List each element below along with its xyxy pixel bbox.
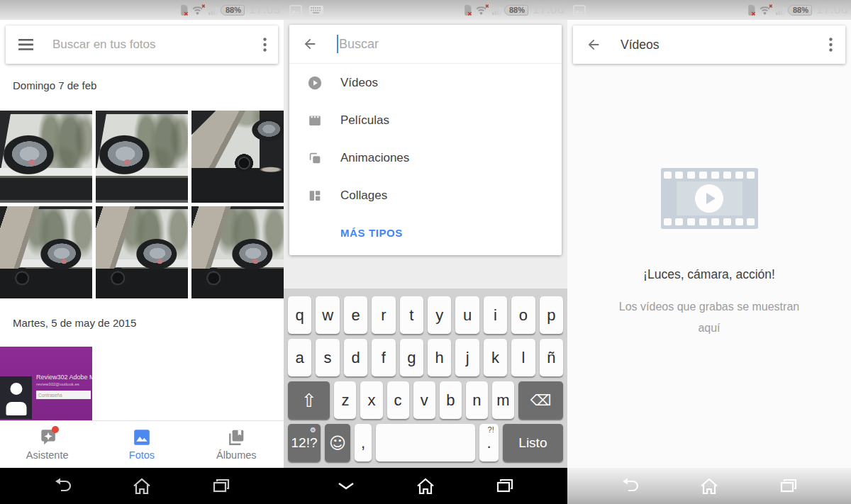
space-key[interactable] [376,424,475,461]
key-k[interactable]: k [484,339,507,376]
text-cursor [337,35,338,53]
date-section-header: Martes, 5 de may de 2015 [0,317,284,330]
suggestion-animaciones[interactable]: Animaciones [289,139,562,177]
play-circle-icon [289,75,340,91]
hamburger-menu-icon[interactable] [18,39,33,50]
key-q[interactable]: q [288,296,311,334]
back-button[interactable] [51,476,74,497]
key-f[interactable]: f [372,339,395,376]
signal-bars-icon [208,5,218,15]
comma-key[interactable]: , [355,424,372,461]
key-m[interactable]: m [492,381,514,419]
photo-thumbnail-mirror-2[interactable] [96,111,188,203]
battery-indicator: 88% [788,5,812,16]
three-screenshot-collage: 88% 17:05 Domingo 7 de feb Martes, 5 de … [0,0,851,504]
assistant-bubble-icon [38,428,57,447]
tab-fotos[interactable]: Fotos [94,421,189,468]
android-nav-bar [567,468,851,504]
shift-key[interactable]: ⇧ [288,381,330,419]
search-input[interactable] [52,38,257,52]
battery-indicator: 88% [504,5,528,16]
emoji-key[interactable]: ☺ [325,424,350,461]
done-key[interactable]: Listo [503,424,563,461]
albums-collection-icon [227,428,245,447]
backspace-key[interactable]: ⌫ [518,381,563,419]
suggestion-peliculas[interactable]: Películas [289,101,562,139]
empty-state: ¡Luces, cámara, acción! Los vídeos que g… [567,64,851,468]
home-button[interactable] [414,476,437,497]
home-button[interactable] [130,476,153,497]
key-l[interactable]: l [511,339,535,376]
period-key[interactable]: . ?! [479,424,499,461]
panel-videos-empty: 88% 17:06 Vídeos ¡Luces, cámara, acción! [567,0,851,504]
key-n[interactable]: n [466,381,488,419]
overflow-menu-icon[interactable] [263,38,267,52]
keyboard-row-1: qwertyuiop [286,296,565,334]
panel-photos-main: 88% 17:05 Domingo 7 de feb Martes, 5 de … [0,0,284,504]
clapperboard-icon [289,113,340,128]
notification-badge [52,426,59,433]
search-bar [289,25,562,64]
back-arrow-icon[interactable] [586,37,601,52]
back-button[interactable] [618,476,641,497]
wifi-off-icon [475,4,489,16]
search-bar-card [6,26,278,64]
tab-asistente[interactable]: Asistente [0,421,94,468]
key-j[interactable]: j [455,339,479,376]
keyboard-row-3: ⇧ zxcvbnm ⌫ [286,381,565,419]
tab-albumes[interactable]: Álbumes [189,421,284,468]
recents-button[interactable] [777,476,800,497]
suggestion-videos[interactable]: Vídeos [289,64,562,101]
keyboard-notification-icon [309,6,323,15]
search-input[interactable] [339,37,550,52]
symbols-key[interactable]: 12!? ⚙ [288,424,321,461]
key-t[interactable]: t [400,296,423,334]
photos-scroll-area[interactable]: Domingo 7 de feb Martes, 5 de may de 201… [0,20,284,420]
android-nav-bar [0,468,284,504]
recents-button[interactable] [210,476,233,497]
sim-missing-icon [179,4,189,16]
key-y[interactable]: y [428,296,451,334]
key-g[interactable]: g [400,339,423,376]
key-s[interactable]: s [316,339,339,376]
more-types-link[interactable]: MÁS TIPOS [289,214,562,251]
hide-keyboard-button[interactable] [335,476,357,497]
back-arrow-icon[interactable] [302,36,318,52]
key-p[interactable]: p [540,296,563,334]
photo-thumbnail-mirror-5[interactable] [96,206,188,298]
key-x[interactable]: x [360,381,382,419]
key-c[interactable]: c [387,381,409,419]
key-a[interactable]: a [288,339,311,376]
overflow-menu-icon[interactable] [829,38,833,52]
status-bar: 88% 17:06 [567,0,851,20]
empty-state-title: ¡Luces, cámara, acción! [643,267,775,282]
key-v[interactable]: v [413,381,435,419]
key-o[interactable]: o [511,296,535,334]
screenshot-notification-icon [289,5,302,16]
key-r[interactable]: r [372,296,395,334]
sim-missing-icon [747,4,756,16]
recents-button[interactable] [494,476,516,497]
home-button[interactable] [698,476,721,497]
photo-thumbnail-mirror-3[interactable] [191,111,284,203]
key-w[interactable]: w [316,296,339,334]
photo-thumbnail-mirror-6[interactable] [191,206,284,298]
key-ñ[interactable]: ñ [540,339,563,376]
photo-thumbnail-mirror-4[interactable] [0,206,92,298]
suggestion-collages[interactable]: Collages [289,177,562,214]
sim-missing-icon [463,4,472,16]
photo-thumbnail-windows-login[interactable]: Review302 Adobe Micro review302@outlook.… [0,347,92,420]
key-e[interactable]: e [344,296,367,334]
empty-state-subtitle: Los vídeos que grabas se muestran aquí [615,296,803,339]
photo-thumbnail-mirror-1[interactable] [0,111,92,203]
key-b[interactable]: b [440,381,462,419]
key-u[interactable]: u [455,296,479,334]
wifi-off-icon [759,4,773,16]
key-z[interactable]: z [334,381,356,419]
videos-header-card: Vídeos [573,26,845,64]
key-h[interactable]: h [428,339,451,376]
key-d[interactable]: d [344,339,367,376]
photo-grid [0,111,284,298]
key-i[interactable]: i [484,296,507,334]
keyboard-settings-gear-icon: ⚙ [310,426,316,434]
